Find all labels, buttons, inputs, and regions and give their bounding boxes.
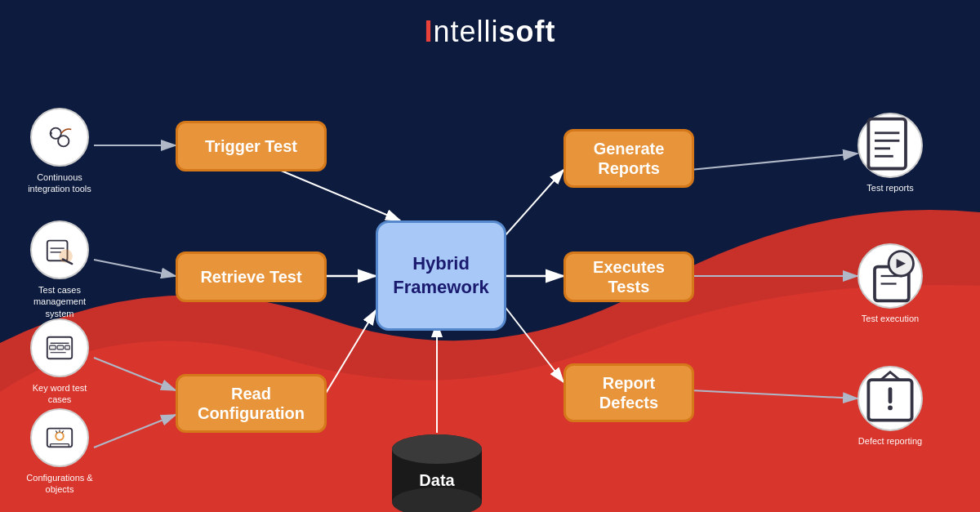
executes-tests-box: Executes Tests (564, 252, 694, 302)
svg-point-52 (888, 406, 893, 411)
right-circle-3: Defect reporting (858, 366, 923, 447)
svg-rect-31 (57, 345, 64, 349)
svg-line-6 (270, 166, 400, 220)
logo-accent: I (424, 15, 433, 48)
test-cases-icon (30, 220, 89, 279)
config-label: Configurations & objects (23, 472, 96, 496)
defect-reporting-icon (858, 366, 923, 431)
defect-reporting-label: Defect reporting (858, 435, 922, 447)
retrieve-test-box: Retrieve Test (176, 252, 327, 302)
config-icon (30, 408, 89, 467)
svg-rect-35 (51, 444, 69, 447)
report-defects-box: Report Defects (564, 363, 694, 422)
read-config-box: Read Configuration (176, 374, 327, 433)
svg-line-8 (323, 310, 376, 398)
logo: Intellisoft (424, 15, 555, 48)
test-reports-label: Test reports (866, 182, 913, 194)
left-circle-2: Test cases management system (23, 220, 96, 319)
svg-point-40 (392, 434, 482, 464)
ci-tools-label: Continuous integration tools (23, 171, 96, 195)
main-content: Intellisoft (0, 0, 980, 512)
svg-text:Data: Data (419, 471, 455, 489)
ci-tools-icon (30, 108, 89, 167)
svg-line-9 (498, 170, 564, 243)
hybrid-framework-box: Hybrid Framework (376, 220, 506, 331)
logo-text1: ntelli (433, 15, 498, 48)
svg-line-14 (690, 390, 858, 398)
header: Intellisoft (0, 0, 980, 57)
left-circle-3: Key word test cases (23, 318, 96, 406)
test-reports-icon (858, 113, 923, 178)
test-mgmt-label: Test cases management system (23, 284, 96, 319)
data-cylinder: Data (384, 433, 490, 512)
svg-line-3 (94, 260, 176, 276)
left-circle-1: Continuous integration tools (23, 108, 96, 195)
svg-line-11 (498, 298, 564, 382)
svg-rect-42 (868, 119, 906, 169)
diagram: Continuous integration tools Test cases … (0, 57, 980, 512)
right-circle-2: Test execution (858, 243, 923, 324)
right-circle-1: Test reports (858, 113, 923, 194)
generate-reports-box: Generate Reports (564, 129, 694, 188)
svg-line-5 (94, 415, 176, 447)
svg-rect-32 (65, 345, 70, 349)
logo-text2: soft (499, 15, 556, 48)
test-execution-icon (858, 243, 923, 309)
trigger-test-box: Trigger Test (176, 121, 327, 171)
test-execution-label: Test execution (862, 313, 919, 324)
svg-rect-30 (50, 345, 56, 349)
left-circle-4: Configurations & objects (23, 408, 96, 496)
keyword-icon (30, 318, 89, 377)
svg-point-20 (58, 136, 69, 146)
keyword-label: Key word test cases (23, 382, 96, 406)
svg-line-12 (690, 154, 858, 170)
svg-line-4 (94, 358, 176, 390)
svg-point-36 (56, 432, 64, 440)
